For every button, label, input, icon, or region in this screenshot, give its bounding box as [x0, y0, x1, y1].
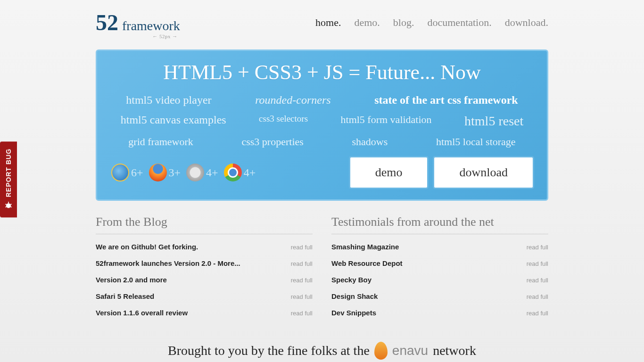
- blog-item: 52framework launches Version 2.0 - More.…: [96, 259, 313, 267]
- nav-home[interactable]: home.: [315, 16, 341, 29]
- browser-support: 6+ 3+ 4+ 4+: [111, 164, 256, 181]
- browser-ie: 6+: [111, 164, 143, 181]
- download-button[interactable]: download: [434, 157, 533, 188]
- feature-html5-reset: html5 reset: [464, 114, 523, 129]
- read-full-link[interactable]: read full: [527, 260, 548, 267]
- testimonial-item: Dev Snippets read full: [331, 309, 548, 317]
- feature-grid: grid framework: [128, 136, 193, 148]
- demo-button[interactable]: demo: [350, 157, 428, 188]
- blog-item: Safari 5 Released read full: [96, 292, 313, 300]
- feature-local-storage: html5 local storage: [436, 136, 516, 148]
- firefox-icon: [149, 164, 167, 181]
- content-columns: From the Blog We are on Github! Get fork…: [96, 215, 548, 325]
- svg-point-0: [6, 203, 11, 208]
- enavu-flame-icon: [374, 342, 388, 360]
- read-full-link[interactable]: read full: [527, 244, 548, 251]
- read-full-link[interactable]: read full: [527, 310, 548, 317]
- read-full-link[interactable]: read full: [527, 293, 548, 300]
- feature-rounded-corners: rounded-corners: [255, 94, 330, 107]
- logo-number: 52: [96, 9, 118, 35]
- feature-form-validation: html5 form validation: [341, 114, 432, 129]
- features-row-1: html5 video player rounded-corners state…: [111, 94, 533, 107]
- read-full-link[interactable]: read full: [291, 244, 313, 251]
- blog-column: From the Blog We are on Github! Get fork…: [96, 215, 313, 325]
- features-row-2: html5 canvas examples css3 selectors htm…: [111, 114, 533, 129]
- read-full-link[interactable]: read full: [291, 310, 313, 317]
- testimonial-item: Web Resource Depot read full: [331, 259, 548, 267]
- firefox-version: 3+: [169, 166, 181, 179]
- main-nav: home. demo. blog. documentation. downloa…: [315, 16, 548, 29]
- blog-item: We are on Github! Get forking. read full: [96, 243, 313, 251]
- feature-canvas: html5 canvas examples: [121, 114, 226, 129]
- header: 52 framework ← 52px → home. demo. blog. …: [96, 9, 548, 35]
- footer-prefix: Brought to you by the fine folks at the: [168, 343, 370, 358]
- footer-suffix: network: [433, 343, 476, 358]
- bug-icon: [4, 201, 13, 210]
- logo[interactable]: 52 framework ← 52px →: [96, 9, 180, 35]
- report-bug-tab[interactable]: REPORT BUG: [0, 141, 17, 217]
- feature-css-framework: state of the art css framework: [374, 94, 518, 107]
- hero-bottom-row: 6+ 3+ 4+ 4+ demo download: [111, 157, 533, 188]
- feature-shadows: shadows: [352, 136, 388, 148]
- report-bug-label: REPORT BUG: [5, 148, 12, 197]
- read-full-link[interactable]: read full: [527, 277, 548, 284]
- testimonial-item: Design Shack read full: [331, 292, 548, 300]
- safari-version: 4+: [206, 166, 218, 179]
- feature-css3-selectors: css3 selectors: [259, 114, 308, 129]
- nav-documentation[interactable]: documentation.: [427, 16, 491, 29]
- nav-download[interactable]: download.: [505, 16, 548, 29]
- logo-text: framework ← 52px →: [122, 18, 180, 33]
- browser-safari: 4+: [186, 164, 218, 181]
- read-full-link[interactable]: read full: [291, 260, 313, 267]
- testimonial-item: Specky Boy read full: [331, 276, 548, 284]
- testimonials-column: Testimonials from around the net Smashin…: [331, 215, 548, 325]
- ie-version: 6+: [131, 166, 143, 179]
- browser-chrome: 4+: [224, 164, 256, 181]
- testimonial-title[interactable]: Smashing Magazine: [331, 243, 399, 251]
- ie-icon: [111, 164, 129, 181]
- hero-buttons: demo download: [350, 157, 533, 188]
- chrome-icon: [224, 164, 242, 181]
- testimonial-title[interactable]: Dev Snippets: [331, 309, 376, 317]
- blog-item: Version 2.0 and more read full: [96, 276, 313, 284]
- read-full-link[interactable]: read full: [291, 293, 313, 300]
- testimonials-heading: Testimonials from around the net: [331, 215, 548, 234]
- blog-item-title[interactable]: Version 2.0 and more: [96, 276, 167, 284]
- read-full-link[interactable]: read full: [291, 277, 313, 284]
- blog-heading: From the Blog: [96, 215, 313, 234]
- nav-demo[interactable]: demo.: [354, 16, 380, 29]
- feature-css3-props: css3 properties: [241, 136, 303, 148]
- browser-firefox: 3+: [149, 164, 181, 181]
- testimonial-title[interactable]: Web Resource Depot: [331, 259, 403, 267]
- logo-text-inner: framework: [122, 18, 180, 33]
- blog-item-title[interactable]: 52framework launches Version 2.0 - More.…: [96, 259, 240, 267]
- testimonial-title[interactable]: Specky Boy: [331, 276, 372, 284]
- logo-subtext: ← 52px →: [152, 33, 178, 39]
- footer-credit: Brought to you by the fine folks at the …: [96, 342, 548, 360]
- hero-title: HTML5 + CSS3 + JS = Future... Now: [111, 60, 533, 84]
- nav-blog[interactable]: blog.: [393, 16, 414, 29]
- enavu-brand[interactable]: enavu: [392, 343, 428, 358]
- blog-item-title[interactable]: We are on Github! Get forking.: [96, 243, 198, 251]
- blog-item-title[interactable]: Safari 5 Released: [96, 292, 154, 300]
- feature-video-player: html5 video player: [126, 94, 211, 107]
- safari-icon: [186, 164, 204, 181]
- hero-banner: HTML5 + CSS3 + JS = Future... Now html5 …: [96, 49, 548, 201]
- blog-item-title[interactable]: Version 1.1.6 overall review: [96, 309, 188, 317]
- chrome-version: 4+: [244, 166, 256, 179]
- blog-item: Version 1.1.6 overall review read full: [96, 309, 313, 317]
- testimonial-title[interactable]: Design Shack: [331, 292, 378, 300]
- testimonial-item: Smashing Magazine read full: [331, 243, 548, 251]
- features-row-3: grid framework css3 properties shadows h…: [111, 136, 533, 148]
